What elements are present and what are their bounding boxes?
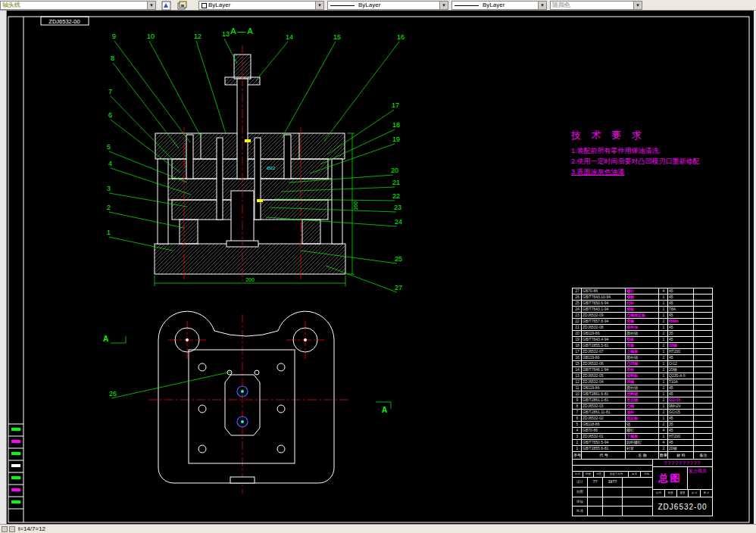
balloon-number: 14 <box>286 33 293 41</box>
bom-header-cell: 名 称 <box>626 452 659 459</box>
bom-cell-name: 推板 <box>626 307 659 312</box>
bom-cell-code: GB/T2861.11-81 <box>582 410 626 415</box>
bom-row: 22GB/T7657.8-94弹簧265Mn <box>573 319 712 325</box>
bom-cell-code: ZDJ6532-06 <box>582 361 626 366</box>
object-properties-toolbar: 轴头线 ▼ ByLayer ▼ ByLayer ▼ ByLayer ▼ 随颜色 … <box>0 0 756 11</box>
title-block-drawing-number: ZDJ6532-00 <box>653 497 712 516</box>
bom-cell-code: ZDJ6532-04 <box>582 379 626 385</box>
plotstyle-combo[interactable]: 随颜色 ▼ <box>550 1 642 10</box>
title-block: 标记处数分区更改文件号签字日期 设计??19??制图审核批准 ?????????… <box>572 459 713 516</box>
bom-parts-list: 27GB70-86螺钉44526GB/T7643.10-94模柄14525GB/… <box>572 288 713 460</box>
layer-combo-value: 轴头线 <box>1 2 147 9</box>
bom-cell-material: GCr15 <box>668 397 694 403</box>
bom-cell-name: 顶杆 <box>626 410 659 415</box>
bom-cell-remark <box>694 391 712 397</box>
bom-row: 2GB/T7650.5-94卸料螺钉445 <box>573 440 712 446</box>
signature-row: 审核 <box>573 497 652 507</box>
bom-cell-name: 推件块 <box>626 325 659 330</box>
bom-cell-name: 导柱 <box>626 367 659 372</box>
tech-req-title: 技 术 要 求 <box>571 129 756 142</box>
bom-cell-code: GB119-86 <box>582 355 626 360</box>
cad-application-window: 轴头线 ▼ ByLayer ▼ ByLayer ▼ ByLayer ▼ 随颜色 … <box>0 0 756 533</box>
bom-cell-code: GB/T7643.1-94 <box>582 307 626 312</box>
signature-value <box>588 507 603 516</box>
change-record-row <box>573 460 652 466</box>
snap-toggle[interactable] <box>2 526 8 532</box>
layer-combo-arrow-icon[interactable]: ▼ <box>147 2 155 9</box>
make-layer-current-icon[interactable] <box>161 0 172 11</box>
bom-header-cell: 数量 <box>659 452 668 459</box>
bom-cell-no: 12 <box>573 379 582 385</box>
signature-value <box>588 497 603 507</box>
leader-line <box>324 42 399 141</box>
bom-cell-qty: 2 <box>659 410 668 415</box>
bom-cell-no: 15 <box>573 361 582 366</box>
bom-cell-name: 凸模固定板 <box>626 313 659 318</box>
bom-row: 10GB/T2861.6-81挡料销145 <box>573 391 712 397</box>
bom-row: 21ZDJ6532-08推件块145 <box>573 325 712 331</box>
color-combo-arrow-icon[interactable]: ▼ <box>315 2 323 9</box>
drawing-canvas[interactable]: ZDJ6532-00 <box>0 11 756 524</box>
balloon-number: 19 <box>392 136 400 143</box>
bom-cell-code: GB118-86 <box>582 422 626 427</box>
balloon-number: 26 <box>109 390 117 397</box>
bom-row: 23ZDJ6532-09凸模固定板145 <box>573 313 712 319</box>
linetype-combo-arrow-icon[interactable]: ▼ <box>439 2 448 9</box>
linetype-combo[interactable]: ByLayer ▼ <box>327 1 448 10</box>
bom-cell-remark <box>694 307 712 312</box>
bom-row: 27GB70-86螺钉445 <box>573 288 712 295</box>
bom-cell-remark <box>694 434 712 439</box>
bom-cell-material: 45 <box>668 325 694 330</box>
bom-cell-remark <box>694 295 712 300</box>
bom-cell-remark <box>694 331 712 336</box>
plotstyle-combo-arrow-icon[interactable]: ▼ <box>633 2 642 9</box>
tech-req-item: 3.表面涂灰色油漆 <box>571 167 756 177</box>
layers-icon[interactable] <box>177 0 188 11</box>
leader-line <box>111 96 173 161</box>
bom-cell-remark <box>694 416 712 421</box>
signature-label: 设计 <box>573 478 588 487</box>
bom-cell-no: 22 <box>573 319 582 324</box>
bom-cell-qty: 2 <box>659 367 668 372</box>
balloon-number: 3 <box>107 185 111 192</box>
bom-cell-no: 26 <box>573 295 582 300</box>
grid-toggle[interactable] <box>9 526 15 532</box>
tech-req-item: 2.使用一定时间后要对凸凹模刃口重新修配 <box>571 156 756 167</box>
leader-line <box>149 41 201 138</box>
bom-cell-qty: 1 <box>659 391 668 397</box>
leader-line <box>326 266 397 292</box>
bom-row: 12ZDJ6532-04凹模1T10A <box>573 379 712 385</box>
bom-cell-code: GB/T2861.6-81 <box>582 391 626 397</box>
bom-row: 15ZDJ6532-06凸凹模1Cr12 <box>573 361 712 367</box>
bom-cell-qty: 1 <box>659 434 668 439</box>
bom-cell-no: 21 <box>573 325 582 330</box>
bom-cell-qty: 2 <box>659 385 668 391</box>
signature-date: 19?? <box>603 478 623 487</box>
layer-combo[interactable]: 轴头线 ▼ <box>0 1 156 10</box>
change-header-cell: 日期 <box>641 472 652 477</box>
change-record-header: 标记处数分区更改文件号签字日期 <box>573 472 652 478</box>
linetype-combo-value: ByLayer <box>357 2 439 9</box>
balloon-number: 2 <box>107 204 111 211</box>
bom-cell-code: ZDJ6532-02 <box>582 416 626 421</box>
scale-cell: 重量 <box>677 490 689 497</box>
color-combo[interactable]: ByLayer ▼ <box>198 1 324 10</box>
bom-cell-remark <box>694 410 712 415</box>
bom-cell-remark <box>694 404 712 409</box>
change-record-row <box>573 466 652 472</box>
scale-cell: 第 张 <box>701 490 712 497</box>
color-swatch <box>201 3 207 8</box>
signature-date <box>603 488 623 497</box>
balloon-number: 7 <box>108 88 112 95</box>
center-dimension: Ø22 <box>267 166 276 170</box>
bom-cell-no: 10 <box>573 391 582 397</box>
bom-row: 4GB70-86螺钉445 <box>573 428 712 434</box>
lineweight-combo[interactable]: ByLayer ▼ <box>451 1 547 10</box>
lineweight-combo-arrow-icon[interactable]: ▼ <box>538 2 546 9</box>
balloon-number: 21 <box>392 179 400 186</box>
section-view: Ø22 <box>155 55 345 274</box>
bom-cell-no: 5 <box>573 422 582 427</box>
balloon-number: 10 <box>147 33 155 40</box>
bom-cell-remark <box>694 385 712 391</box>
title-block-stamp-text: ?????????? <box>653 460 712 467</box>
